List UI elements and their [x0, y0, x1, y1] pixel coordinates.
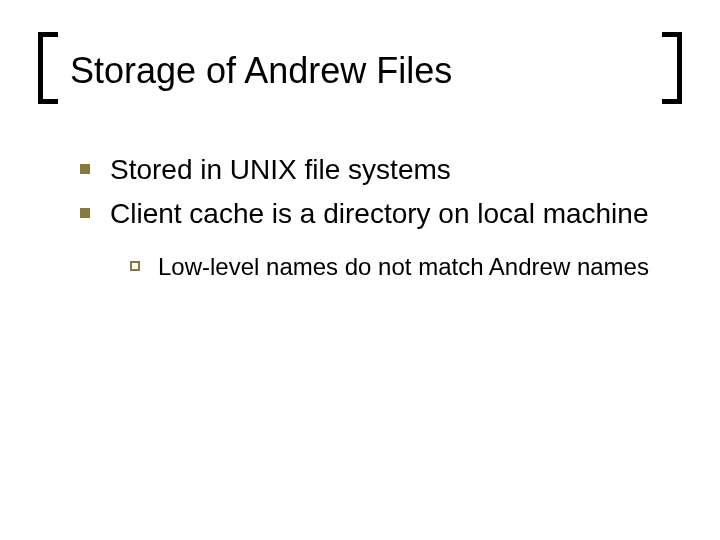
square-bullet-icon — [80, 208, 90, 218]
slide: Storage of Andrew Files Stored in UNIX f… — [0, 0, 720, 540]
sub-bullet-text: Low-level names do not match Andrew name… — [158, 251, 649, 282]
bracket-left-icon — [38, 32, 58, 104]
sub-list-item: Low-level names do not match Andrew name… — [130, 251, 670, 282]
hollow-square-bullet-icon — [130, 261, 140, 271]
content-area: Stored in UNIX file systems Client cache… — [50, 152, 670, 282]
bullet-text: Client cache is a directory on local mac… — [110, 196, 648, 232]
page-title: Storage of Andrew Files — [50, 50, 670, 92]
list-item: Client cache is a directory on local mac… — [80, 196, 670, 232]
bracket-right-icon — [662, 32, 682, 104]
bullet-text: Stored in UNIX file systems — [110, 152, 451, 188]
square-bullet-icon — [80, 164, 90, 174]
title-container: Storage of Andrew Files — [50, 40, 670, 102]
list-item: Stored in UNIX file systems — [80, 152, 670, 188]
